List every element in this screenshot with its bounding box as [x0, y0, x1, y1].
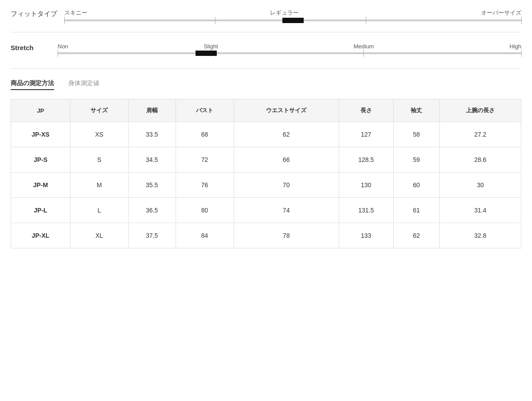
stretch-section: Stretch Non Slight Medium High: [11, 43, 521, 54]
cell-0-0: JP-XS: [11, 122, 70, 147]
cell-1-1: S: [70, 147, 128, 173]
cell-1-0: JP-S: [11, 147, 70, 173]
fit-label-regular: レギュラー: [270, 9, 299, 17]
stretch-tick-3: [521, 50, 522, 57]
cell-0-1: XS: [70, 122, 128, 147]
stretch-slider-area: Non Slight Medium High: [58, 43, 521, 54]
fit-tick-0: [64, 17, 65, 24]
cell-2-2: 35.5: [128, 173, 176, 198]
cell-0-4: 62: [234, 122, 339, 147]
cell-4-6: 62: [393, 223, 439, 248]
cell-1-4: 66: [234, 147, 339, 173]
col-header-jp: JP: [11, 99, 70, 122]
fit-tick-3: [521, 17, 522, 24]
col-header-sleeve: 袖丈: [393, 99, 439, 122]
cell-3-0: JP-L: [11, 198, 70, 223]
col-header-waist: ウエストサイズ: [234, 99, 339, 122]
cell-2-5: 130: [339, 173, 393, 198]
table-row: JP-XLXL37.584781336232.8: [11, 223, 521, 248]
fit-tick-2: [366, 17, 366, 24]
cell-4-2: 37.5: [128, 223, 176, 248]
col-header-shoulder: 肩幅: [128, 99, 176, 122]
table-row: JP-MM35.576701306030: [11, 173, 521, 198]
table-header-row: JP サイズ 肩幅 バスト ウエストサイズ 長さ 袖丈 上腕の長さ: [11, 99, 521, 122]
table-row: JP-SS34.57266128.55928.6: [11, 147, 521, 173]
stretch-label-high: High: [509, 43, 521, 50]
cell-4-7: 32.8: [439, 223, 521, 248]
cell-3-5: 131.5: [339, 198, 393, 223]
stretch-track: [58, 52, 521, 54]
cell-3-3: 80: [176, 198, 234, 223]
cell-1-7: 28.6: [439, 147, 521, 173]
table-row: JP-LL36.58074131.56131.4: [11, 198, 521, 223]
cell-3-7: 31.4: [439, 198, 521, 223]
cell-1-2: 34.5: [128, 147, 176, 173]
fit-label-skinny: スキニー: [64, 9, 87, 17]
cell-4-4: 78: [234, 223, 339, 248]
fit-tick-1: [215, 17, 215, 24]
stretch-tick-0: [58, 50, 58, 57]
stretch-label: Stretch: [11, 43, 51, 51]
fit-type-section: フィットタイプ スキニー レギュラー オーバーサイズ: [11, 9, 521, 21]
cell-2-7: 30: [439, 173, 521, 198]
stretch-tick-2: [364, 50, 364, 57]
fit-type-track: [64, 20, 521, 21]
col-header-size: サイズ: [70, 99, 128, 122]
fit-type-labels-row: スキニー レギュラー オーバーサイズ: [64, 9, 521, 17]
cell-4-3: 84: [176, 223, 234, 248]
cell-2-3: 76: [176, 173, 234, 198]
cell-4-1: XL: [70, 223, 128, 248]
col-header-upper-arm: 上腕の長さ: [439, 99, 521, 122]
cell-3-4: 74: [234, 198, 339, 223]
cell-2-1: M: [70, 173, 128, 198]
cell-1-6: 59: [393, 147, 439, 173]
cell-2-6: 60: [393, 173, 439, 198]
cell-0-3: 68: [176, 122, 234, 147]
col-header-length: 長さ: [339, 99, 393, 122]
divider-2: [11, 68, 521, 69]
divider-1: [11, 32, 521, 32]
size-table: JP サイズ 肩幅 バスト ウエストサイズ 長さ 袖丈 上腕の長さ JP-XSX…: [11, 99, 521, 248]
table-row: JP-XSXS33.568621275827.2: [11, 122, 521, 147]
fit-type-indicator: [282, 18, 304, 23]
fit-type-slider-area: スキニー レギュラー オーバーサイズ: [64, 9, 521, 21]
tabs-row: 商品の測定方法 身体測定値: [11, 79, 521, 90]
cell-0-6: 58: [393, 122, 439, 147]
fit-type-label: フィットタイプ: [11, 9, 57, 18]
cell-0-7: 27.2: [439, 122, 521, 147]
cell-0-2: 33.5: [128, 122, 176, 147]
cell-3-2: 36.5: [128, 198, 176, 223]
tab-product-measurement[interactable]: 商品の測定方法: [11, 79, 54, 90]
tab-body-measurement[interactable]: 身体測定値: [68, 79, 99, 90]
cell-4-0: JP-XL: [11, 223, 70, 248]
cell-1-5: 128.5: [339, 147, 393, 173]
cell-3-6: 61: [393, 198, 439, 223]
cell-1-3: 72: [176, 147, 234, 173]
fit-label-oversize: オーバーサイズ: [481, 9, 521, 17]
stretch-label-medium: Medium: [353, 43, 374, 50]
stretch-label-slight: Slight: [203, 43, 218, 50]
cell-0-5: 127: [339, 122, 393, 147]
cell-2-0: JP-M: [11, 173, 70, 198]
cell-3-1: L: [70, 198, 128, 223]
cell-2-4: 70: [234, 173, 339, 198]
stretch-label-non: Non: [58, 43, 68, 50]
stretch-labels-row: Non Slight Medium High: [58, 43, 521, 50]
stretch-indicator: [196, 51, 217, 56]
cell-4-5: 133: [339, 223, 393, 248]
col-header-bust: バスト: [176, 99, 234, 122]
